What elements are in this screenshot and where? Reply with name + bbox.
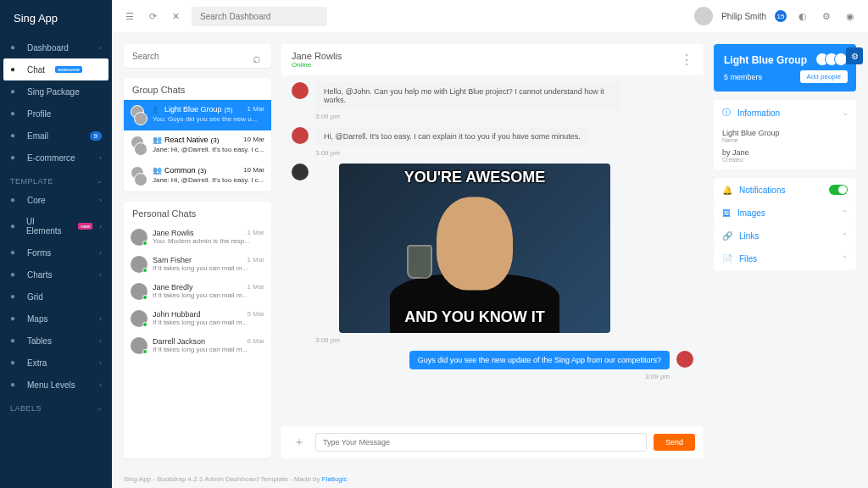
info-creator: by JaneCreated <box>714 145 856 169</box>
user-icon: ● <box>10 108 20 119</box>
compose-input[interactable] <box>315 433 647 452</box>
personal-chats-panel: Personal Chats Jane Rowlis1 MarYou: Mode… <box>124 202 271 458</box>
nav-dashboard[interactable]: ●Dashboard› <box>0 36 112 58</box>
close-icon[interactable]: ✕ <box>169 8 183 25</box>
group-chat-item[interactable]: 👥 Common (3)Jane: Hi, @Darrell. It's too… <box>124 161 271 191</box>
msg-bubble: Hello, @John. Can you help me with Light… <box>315 82 620 109</box>
info-name: Light Blue GroupName <box>714 125 856 145</box>
sidebar: Sing App ●Dashboard›●Chatawesome●Sing Pa… <box>0 0 112 488</box>
personal-chat-item[interactable]: Jane Rowlis1 MarYou: Modern admin is the… <box>124 224 271 251</box>
avatar[interactable] <box>694 7 713 25</box>
info-icon: ⓘ <box>722 107 731 119</box>
msg-time: 3:09 pm <box>315 336 693 344</box>
personal-chat-item[interactable]: Jane Bredly1 MarIf it takes long you can… <box>124 278 271 305</box>
notif-badge[interactable]: 15 <box>775 10 787 22</box>
menu-icon[interactable]: ☰ <box>122 8 137 25</box>
info-images-row[interactable]: 🖼Images⌃ <box>714 202 856 225</box>
nav-profile[interactable]: ●Profile <box>0 103 112 125</box>
chat-body: Hello, @John. Can you help me with Light… <box>281 75 704 421</box>
people-icon: 👥 <box>153 105 162 114</box>
avatar <box>131 283 147 300</box>
chat-menu-icon[interactable]: ⋮ <box>680 52 693 68</box>
avatar <box>676 351 693 368</box>
chevron-up-icon: ⌃ <box>842 209 848 217</box>
chat-title: Jane Rowlis <box>292 51 342 61</box>
theme-icon[interactable]: ◐ <box>795 8 810 25</box>
globe-icon[interactable]: ◉ <box>843 8 858 25</box>
chat-header: Jane Rowlis Online ⋮ <box>281 44 704 75</box>
add-people-button[interactable]: Add people <box>800 70 848 83</box>
maps-icon: ● <box>10 313 20 324</box>
search-input[interactable] <box>192 7 327 26</box>
nav-core[interactable]: ●Core› <box>0 189 112 211</box>
send-button[interactable]: Send <box>654 434 695 451</box>
chevron-up-icon: ⌃ <box>842 232 848 240</box>
avatar <box>292 164 309 180</box>
forms-icon: ● <box>10 247 20 258</box>
personal-chat-item[interactable]: Darrell Jackson6 MarIf it takes long you… <box>124 332 271 359</box>
nav-email[interactable]: ●Email9 <box>0 125 112 147</box>
images-icon: 🖼 <box>722 208 731 218</box>
personal-chat-item[interactable]: Sam Fisher1 MarIf it takes long you can … <box>124 251 271 278</box>
meme-image: YOU'RE AWESOMEAND YOU KNOW IT <box>339 164 610 333</box>
nav-grid[interactable]: ●Grid <box>0 286 112 308</box>
avatar <box>292 82 309 99</box>
footer-link[interactable]: Flatlogic <box>322 475 348 483</box>
group-card: Light Blue Group 5 members Add people ⚙ <box>714 44 856 92</box>
compose-bar: ＋ Send <box>281 426 704 458</box>
search-icon[interactable]: ⌕ <box>253 51 263 61</box>
nav-ui-elements[interactable]: ●UI Elementsnew› <box>0 211 112 241</box>
chat-search: ⌕ <box>124 44 271 68</box>
personal-chat-item[interactable]: John Hubbard5 MarIf it takes long you ca… <box>124 305 271 332</box>
extra-icon: ● <box>10 358 20 368</box>
chevron-icon: › <box>99 359 102 367</box>
info-information-row[interactable]: ⓘ Information ⌵ <box>714 100 856 125</box>
chevron-down-icon: ⌵ <box>843 109 848 117</box>
group-chat-item[interactable]: 👥 Light Blue Group (5)You: Guys did you … <box>124 100 271 130</box>
avatar <box>131 310 147 327</box>
group-avatars <box>820 53 848 66</box>
refresh-icon[interactable]: ⟳ <box>146 8 160 25</box>
nav-sing-package[interactable]: ●Sing Package <box>0 80 112 103</box>
chevron-icon: › <box>99 315 102 323</box>
msg-bubble: Guys did you see the new update of the S… <box>409 351 670 369</box>
info-files-row[interactable]: 📄Files⌃ <box>714 247 856 270</box>
avatar <box>131 229 147 246</box>
nav-chat[interactable]: ●Chatawesome <box>3 58 108 80</box>
avatar <box>131 256 147 273</box>
nav-forms[interactable]: ●Forms› <box>0 241 112 263</box>
cart-icon: ● <box>10 152 20 163</box>
group-chats-heading: Group Chats <box>124 78 271 100</box>
group-chat-item[interactable]: 👥 React Native (3)Jane: Hi, @Darrell. It… <box>124 130 271 161</box>
avatar <box>292 127 309 144</box>
nav-tables[interactable]: ●Tables› <box>0 330 112 352</box>
files-icon: 📄 <box>722 254 732 263</box>
personal-chats-heading: Personal Chats <box>124 202 271 224</box>
toggle[interactable] <box>829 185 848 195</box>
info-panel: ⓘ Information ⌵ Light Blue GroupName by … <box>714 100 856 169</box>
gear-icon[interactable]: ⚙ <box>819 8 834 25</box>
chevron-icon: › <box>99 44 102 52</box>
chat-search-input[interactable] <box>132 52 253 61</box>
group-settings-icon[interactable]: ⚙ <box>846 47 863 64</box>
chevron-icon: › <box>99 381 102 389</box>
home-icon: ● <box>10 42 20 53</box>
user-name[interactable]: Philip Smith <box>721 12 766 21</box>
chevron-icon: › <box>99 337 102 345</box>
info-notifications-row[interactable]: 🔔Notifications <box>714 178 856 202</box>
nav-menu-levels[interactable]: ●Menu Levels› <box>0 374 112 396</box>
msg-time: 3:09 pm <box>315 113 693 120</box>
nav-charts[interactable]: ●Charts› <box>0 263 112 286</box>
attach-icon[interactable]: ＋ <box>290 435 309 450</box>
nav-maps[interactable]: ●Maps› <box>0 308 112 330</box>
levels-icon: ● <box>10 380 20 390</box>
nav-extra[interactable]: ●Extra› <box>0 352 112 374</box>
chat-status: Online <box>292 61 342 69</box>
package-icon: ● <box>10 86 20 97</box>
msg-time: 3:09 pm <box>315 373 670 380</box>
info-links-row[interactable]: 🔗Links⌃ <box>714 225 856 247</box>
chat-icon: ● <box>10 64 20 75</box>
nav-e-commerce[interactable]: ●E-commerce› <box>0 147 112 169</box>
links-icon: 🔗 <box>722 231 732 241</box>
avatar <box>131 337 147 354</box>
